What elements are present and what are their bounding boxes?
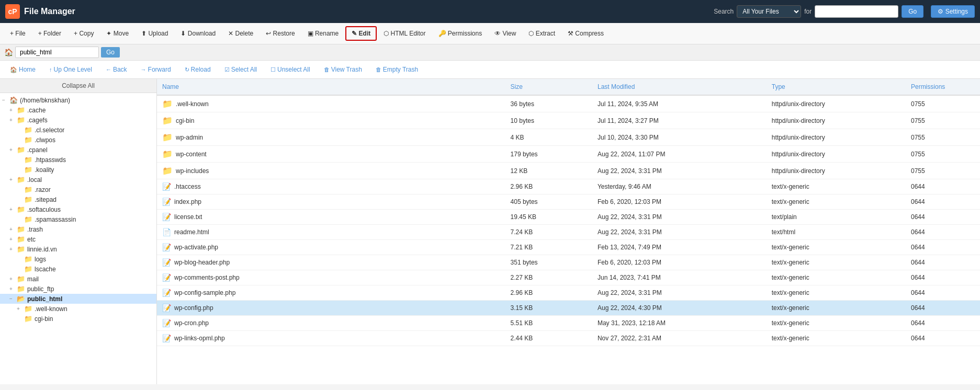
file-name-cell[interactable]: 📝wp-activate.php bbox=[157, 240, 505, 255]
path-go-button[interactable]: Go bbox=[101, 47, 120, 58]
col-name[interactable]: Name bbox=[157, 79, 505, 95]
reload-button[interactable]: ↻ Reload bbox=[179, 63, 217, 76]
unselect-all-button[interactable]: ☐ Unselect All bbox=[265, 63, 316, 76]
table-row[interactable]: 📝.htaccess2.96 KBYesterday, 9:46 AMtext/… bbox=[157, 179, 980, 194]
empty-trash-button[interactable]: 🗑 Empty Trash bbox=[370, 63, 424, 76]
sidebar-tree-item[interactable]: +📁.cache bbox=[0, 105, 156, 115]
tree-toggle-icon[interactable]: + bbox=[9, 236, 16, 242]
sidebar-tree-item[interactable]: 📁cgi-bin bbox=[0, 314, 156, 324]
sidebar-tree-item[interactable]: 📁.clwpos bbox=[0, 135, 156, 145]
back-button[interactable]: ← Back bbox=[100, 63, 133, 76]
home-button[interactable]: 🏠 Home bbox=[4, 63, 41, 76]
sidebar-tree-item[interactable]: +📁.softaculous bbox=[0, 204, 156, 214]
search-input[interactable] bbox=[815, 5, 898, 18]
sidebar-tree-item[interactable]: 📁.koality bbox=[0, 165, 156, 175]
upload-button[interactable]: ⬆ Upload bbox=[136, 27, 174, 40]
file-name-cell[interactable]: 📝.htaccess bbox=[157, 179, 505, 194]
path-input[interactable] bbox=[15, 47, 99, 58]
table-row[interactable]: 📁wp-admin4 KBJul 10, 2024, 3:30 PMhttpd/… bbox=[157, 129, 980, 146]
tree-toggle-icon[interactable]: − bbox=[2, 97, 8, 103]
col-modified[interactable]: Last Modified bbox=[592, 79, 767, 95]
tree-toggle-icon[interactable]: + bbox=[9, 246, 16, 252]
col-size[interactable]: Size bbox=[505, 79, 592, 95]
forward-button[interactable]: → Forward bbox=[135, 63, 177, 76]
edit-button[interactable]: ✎ Edit bbox=[345, 26, 377, 41]
new-folder-button[interactable]: + Folder bbox=[32, 27, 67, 40]
move-button[interactable]: ✦ Move bbox=[100, 27, 134, 40]
table-row[interactable]: 📁cgi-bin10 bytesJul 11, 2024, 3:27 PMhtt… bbox=[157, 112, 980, 129]
file-name-cell[interactable]: 📝wp-cron.php bbox=[157, 316, 505, 330]
file-name-cell[interactable]: 📁wp-admin bbox=[157, 129, 505, 145]
table-row[interactable]: 📝wp-comments-post.php2.27 KBJun 14, 2023… bbox=[157, 270, 980, 285]
file-name-cell[interactable]: 📝wp-blog-header.php bbox=[157, 255, 505, 270]
file-name-cell[interactable]: 📝wp-config-sample.php bbox=[157, 285, 505, 300]
col-permissions[interactable]: Permissions bbox=[906, 79, 980, 95]
select-all-button[interactable]: ☑ Select All bbox=[219, 63, 263, 76]
table-row[interactable]: 📁wp-includes12 KBAug 22, 2024, 3:31 PMht… bbox=[157, 163, 980, 179]
rename-button[interactable]: ▣ Rename bbox=[302, 27, 345, 40]
sidebar-tree-item[interactable]: 📁logs bbox=[0, 254, 156, 264]
table-row[interactable]: 📝wp-blog-header.php351 bytesFeb 6, 2020,… bbox=[157, 255, 980, 270]
sidebar-tree-item[interactable]: 📁.razor bbox=[0, 185, 156, 194]
table-row[interactable]: 📄readme.html7.24 KBAug 22, 2024, 3:31 PM… bbox=[157, 225, 980, 240]
sidebar-tree-item[interactable]: +📁.local bbox=[0, 175, 156, 185]
file-name-cell[interactable]: 📄readme.html bbox=[157, 225, 505, 239]
tree-toggle-icon[interactable]: + bbox=[9, 147, 16, 153]
sidebar-tree-item[interactable]: −🏠(/home/bknskhan) bbox=[0, 95, 156, 105]
tree-toggle-icon[interactable]: + bbox=[17, 306, 23, 312]
search-scope-select[interactable]: All Your Files File Names Only File Cont… bbox=[737, 5, 801, 18]
table-row[interactable]: 📁.well-known36 bytesJul 11, 2024, 9:35 A… bbox=[157, 95, 980, 112]
table-row[interactable]: 📝license.txt19.45 KBAug 22, 2024, 3:31 P… bbox=[157, 210, 980, 225]
tree-toggle-icon[interactable]: + bbox=[9, 117, 16, 123]
sidebar-tree-item[interactable]: +📁public_ftp bbox=[0, 284, 156, 294]
table-row[interactable]: 📝wp-config.php3.15 KBAug 22, 2024, 4:30 … bbox=[157, 301, 980, 316]
tree-toggle-icon[interactable]: + bbox=[9, 107, 16, 113]
table-row[interactable]: 📁wp-content179 bytesAug 22, 2024, 11:07 … bbox=[157, 146, 980, 163]
collapse-all-button[interactable]: Collapse All bbox=[0, 79, 156, 93]
tree-toggle-icon[interactable]: + bbox=[9, 226, 16, 232]
search-go-button[interactable]: Go bbox=[902, 5, 923, 18]
table-row[interactable]: 📝wp-activate.php7.21 KBFeb 13, 2024, 7:4… bbox=[157, 240, 980, 255]
table-row[interactable]: 📝index.php405 bytesFeb 6, 2020, 12:03 PM… bbox=[157, 194, 980, 210]
sidebar-tree-item[interactable]: +📁.trash bbox=[0, 224, 156, 234]
up-one-level-button[interactable]: ↑ Up One Level bbox=[43, 63, 98, 76]
table-row[interactable]: 📝wp-cron.php5.51 KBMay 31, 2023, 12:18 A… bbox=[157, 316, 980, 331]
sidebar-tree-item[interactable]: +📁.well-known bbox=[0, 304, 156, 314]
sidebar-tree-item[interactable]: +📁mail bbox=[0, 274, 156, 284]
view-button[interactable]: 👁 View bbox=[489, 27, 522, 40]
file-name-cell[interactable]: 📁wp-content bbox=[157, 146, 505, 162]
sidebar-tree-item[interactable]: +📁.cagefs bbox=[0, 115, 156, 125]
sidebar-tree-item[interactable]: 📁lscache bbox=[0, 264, 156, 274]
sidebar-tree-item[interactable]: +📁.cpanel bbox=[0, 145, 156, 155]
new-file-button[interactable]: + File bbox=[4, 27, 31, 40]
tree-toggle-icon[interactable]: + bbox=[9, 286, 16, 292]
file-name-cell[interactable]: 📝index.php bbox=[157, 194, 505, 209]
file-name-cell[interactable]: 📝wp-config.php bbox=[157, 301, 505, 315]
tree-toggle-icon[interactable]: − bbox=[9, 296, 16, 302]
tree-toggle-icon[interactable]: + bbox=[9, 207, 16, 212]
tree-toggle-icon[interactable]: + bbox=[9, 177, 16, 182]
extract-button[interactable]: ⬡ Extract bbox=[523, 27, 561, 40]
file-name-cell[interactable]: 📁cgi-bin bbox=[157, 112, 505, 129]
sidebar-tree-item[interactable]: 📁.spamassassin bbox=[0, 214, 156, 224]
delete-button[interactable]: ✕ Delete bbox=[222, 27, 259, 40]
file-name-cell[interactable]: 📝license.txt bbox=[157, 210, 505, 224]
sidebar-tree-item[interactable]: +📁etc bbox=[0, 234, 156, 244]
download-button[interactable]: ⬇ Download bbox=[175, 27, 221, 40]
table-row[interactable]: 📝wp-links-opml.php2.44 KBNov 27, 2022, 2… bbox=[157, 331, 980, 346]
html-editor-button[interactable]: ⬡ HTML Editor bbox=[378, 27, 431, 40]
sidebar-tree-item[interactable]: +📁linnie.id.vn bbox=[0, 244, 156, 254]
compress-button[interactable]: ⚒ Compress bbox=[562, 27, 610, 40]
sidebar-tree-item[interactable]: 📁.sitepad bbox=[0, 194, 156, 204]
permissions-button[interactable]: 🔑 Permissions bbox=[433, 27, 488, 40]
restore-button[interactable]: ↩ Restore bbox=[260, 27, 300, 40]
settings-button[interactable]: ⚙ Settings bbox=[931, 5, 975, 18]
file-name-cell[interactable]: 📁wp-includes bbox=[157, 163, 505, 179]
tree-toggle-icon[interactable]: + bbox=[9, 276, 16, 282]
file-name-cell[interactable]: 📝wp-comments-post.php bbox=[157, 270, 505, 285]
sidebar-tree-item[interactable]: −📂public_html bbox=[0, 294, 156, 304]
file-name-cell[interactable]: 📝wp-links-opml.php bbox=[157, 331, 505, 346]
view-trash-button[interactable]: 🗑 View Trash bbox=[318, 63, 368, 76]
table-row[interactable]: 📝wp-config-sample.php2.96 KBAug 22, 2024… bbox=[157, 285, 980, 301]
sidebar-tree-item[interactable]: 📁.cl.selector bbox=[0, 125, 156, 135]
